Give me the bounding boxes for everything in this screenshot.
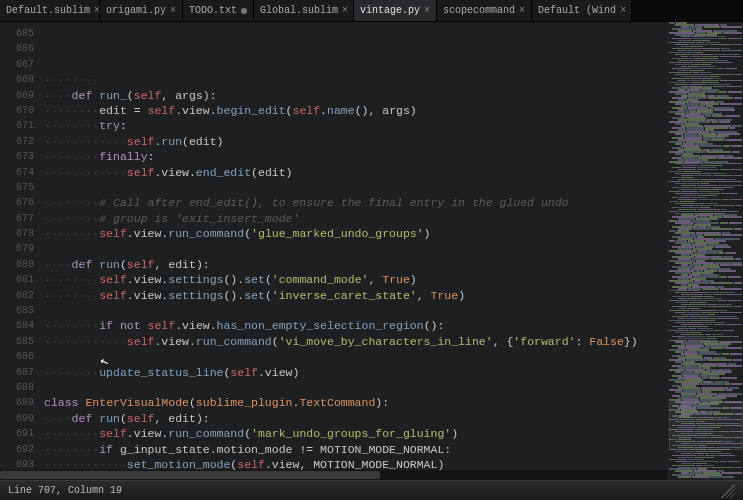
- code-line[interactable]: [44, 380, 668, 395]
- line-number: 674: [0, 165, 34, 180]
- editor-area: 6856866676686696706716726736746756766776…: [0, 22, 743, 480]
- tab-vintage-py[interactable]: vintage.py×: [354, 0, 437, 21]
- line-number: 671: [0, 118, 34, 133]
- line-number: 669: [0, 88, 34, 103]
- code-view[interactable]: ↖ ············def run_(self, args):·····…: [40, 22, 668, 480]
- code-line[interactable]: ············self.view.run_command('vi_mo…: [44, 334, 668, 349]
- code-line[interactable]: ········# group is 'exit_insert_mode': [44, 211, 668, 226]
- code-line[interactable]: ············self.run(edit): [44, 134, 668, 149]
- status-cursor-position: Line 707, Column 19: [8, 485, 122, 496]
- line-number: 689: [0, 395, 34, 410]
- line-number: 684: [0, 318, 34, 333]
- line-number: 673: [0, 149, 34, 164]
- line-number: 678: [0, 226, 34, 241]
- code-line[interactable]: ········update_status_line(self.view): [44, 365, 668, 380]
- line-number: 688: [0, 380, 34, 395]
- close-icon[interactable]: ×: [342, 5, 348, 16]
- line-number: 677: [0, 211, 34, 226]
- code-line[interactable]: ····def run(self, edit):: [44, 411, 668, 426]
- line-number: 667: [0, 57, 34, 72]
- close-icon[interactable]: ×: [424, 5, 430, 16]
- code-line[interactable]: ········edit = self.view.begin_edit(self…: [44, 103, 668, 118]
- line-number: 670: [0, 103, 34, 118]
- tab-bar: Default.sublim×origami.py×TODO.txtGlobal…: [0, 0, 743, 22]
- code-line[interactable]: ········try:: [44, 118, 668, 133]
- line-number: 681: [0, 272, 34, 287]
- tab-scopecommand[interactable]: scopecommand×: [437, 0, 532, 21]
- line-number: 685: [0, 26, 34, 41]
- code-line[interactable]: [44, 180, 668, 195]
- dirty-indicator-icon: [241, 8, 247, 14]
- code-line[interactable]: ········finally:: [44, 149, 668, 164]
- line-number: 675: [0, 180, 34, 195]
- code-line[interactable]: [44, 303, 668, 318]
- code-line[interactable]: ········# Call after end_edit(), to ensu…: [44, 195, 668, 210]
- code-line[interactable]: ········if not self.view.has_non_empty_s…: [44, 318, 668, 333]
- line-number: 691: [0, 426, 34, 441]
- code-line[interactable]: ············self.view.end_edit(edit): [44, 165, 668, 180]
- tab-label: vintage.py: [360, 5, 420, 16]
- close-icon[interactable]: ×: [620, 5, 626, 16]
- code-line[interactable]: ········self.view.settings().set('comman…: [44, 272, 668, 287]
- status-bar: Line 707, Column 19: [0, 480, 743, 500]
- line-number: 687: [0, 365, 34, 380]
- line-number: 679: [0, 241, 34, 256]
- code-line[interactable]: ········if g_input_state.motion_mode != …: [44, 442, 668, 457]
- resize-grip-icon[interactable]: [721, 484, 735, 498]
- horizontal-scrollbar[interactable]: [0, 470, 668, 480]
- horizontal-scrollbar-thumb[interactable]: [0, 471, 380, 479]
- tab-label: Default (Wind: [538, 5, 616, 16]
- line-number: 682: [0, 288, 34, 303]
- line-number: 690: [0, 411, 34, 426]
- code-line[interactable]: ········: [44, 72, 668, 87]
- line-number: 686: [0, 41, 34, 56]
- line-number: 680: [0, 257, 34, 272]
- minimap-viewport[interactable]: [669, 402, 743, 450]
- line-number-gutter: 6856866676686696706716726736746756766776…: [0, 22, 40, 480]
- close-icon[interactable]: ×: [519, 5, 525, 16]
- code-line[interactable]: ····def run(self, edit):: [44, 257, 668, 272]
- line-number: 685: [0, 334, 34, 349]
- tab-default-sublim[interactable]: Default.sublim×: [0, 0, 100, 21]
- code-line[interactable]: ········self.view.run_command('mark_undo…: [44, 426, 668, 441]
- tab-label: TODO.txt: [189, 5, 237, 16]
- code-line[interactable]: class EnterVisualMode(sublime_plugin.Tex…: [44, 395, 668, 410]
- line-number: 683: [0, 303, 34, 318]
- tab-todo-txt[interactable]: TODO.txt: [183, 0, 254, 21]
- minimap[interactable]: [668, 22, 743, 480]
- tab-label: Default.sublim: [6, 5, 90, 16]
- line-number: 676: [0, 195, 34, 210]
- tab-label: Global.sublim: [260, 5, 338, 16]
- close-icon[interactable]: ×: [170, 5, 176, 16]
- line-number: 672: [0, 134, 34, 149]
- line-number: 686: [0, 349, 34, 364]
- code-line[interactable]: ········self.view.run_command('glue_mark…: [44, 226, 668, 241]
- tab-default-wind[interactable]: Default (Wind×: [532, 0, 632, 21]
- tab-label: scopecommand: [443, 5, 515, 16]
- code-line[interactable]: [44, 242, 668, 257]
- line-number: 668: [0, 72, 34, 87]
- tab-label: origami.py: [106, 5, 166, 16]
- code-line[interactable]: ········self.view.settings().set('invers…: [44, 288, 668, 303]
- code-line[interactable]: ····def run_(self, args):: [44, 88, 668, 103]
- tab-global-sublim[interactable]: Global.sublim×: [254, 0, 354, 21]
- code-line[interactable]: [44, 349, 668, 364]
- line-number: 692: [0, 442, 34, 457]
- tab-origami-py[interactable]: origami.py×: [100, 0, 183, 21]
